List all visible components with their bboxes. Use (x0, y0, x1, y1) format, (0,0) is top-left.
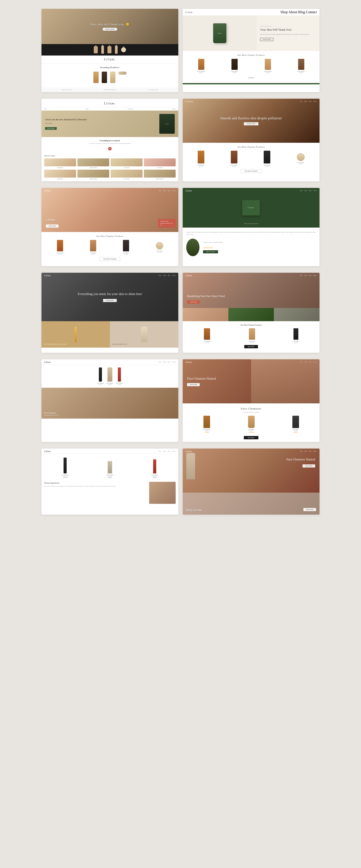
nav-link[interactable]: About (304, 190, 307, 191)
nav-links: Shop About Blog Contact (159, 361, 176, 363)
hero-tagline: Skin will keep its glow (244, 223, 258, 224)
product-image (203, 416, 210, 428)
nav-link[interactable]: Contact (172, 190, 176, 191)
nav-link[interactable]: Blog (168, 451, 170, 452)
product-image (198, 151, 204, 163)
nav-link[interactable]: About (163, 190, 166, 191)
nav-link[interactable]: Shop (300, 101, 302, 102)
nav-links: Shop About Blog Contact (300, 451, 317, 452)
hero-title: Everything you need, for your skin to sh… (78, 292, 142, 296)
nav-link[interactable]: Contact (313, 451, 317, 452)
add-to-cart-button[interactable]: ADD TO CART (203, 250, 218, 253)
nav-link[interactable]: Contact (306, 10, 317, 14)
nav-link[interactable]: Blog (309, 101, 311, 102)
nav-link[interactable]: Blog (168, 190, 170, 191)
nav-link[interactable]: Shop (159, 275, 161, 276)
see-more-button[interactable]: See More (244, 345, 258, 348)
nav-link[interactable]: About (163, 361, 166, 363)
nav-link[interactable]: Shop (159, 190, 161, 191)
product-price: $22.00 (197, 166, 204, 167)
product-image (110, 71, 115, 83)
category-image (78, 158, 109, 166)
nav-link[interactable]: About (163, 451, 166, 452)
card2-more: See More (185, 73, 317, 80)
product-image (93, 71, 99, 83)
nav-link[interactable]: About (304, 451, 307, 452)
card3-category: Shop by category Foundations Sunscreen/F… (41, 153, 178, 181)
product-price: $22.00 (264, 166, 271, 167)
nav-link[interactable]: About (304, 101, 307, 102)
nav-link[interactable]: Shop (280, 10, 288, 14)
list-item: Foundations (44, 169, 76, 180)
nav-link[interactable]: Contact (172, 108, 176, 110)
nav-link[interactable]: About (304, 275, 307, 276)
product-image (118, 368, 121, 381)
nav-link[interactable]: Shop (300, 451, 302, 452)
card-6-main: Lilium. Shop About Blog Contact Lilium. … (183, 188, 320, 266)
nav-link[interactable]: Shop (300, 190, 302, 191)
product-price: $22.00 (293, 342, 299, 343)
list-item: Lip Glosses (144, 158, 176, 168)
nav-links: Shop About Blog Contact (159, 451, 176, 452)
row-4: Lilium. Shop About Blog Contact Everythi… (26, 273, 335, 353)
product-icon-5 (121, 48, 126, 52)
product-rating: ★★★ (203, 432, 210, 433)
list-item: Face Serum $28.00 ★★★★ (248, 416, 255, 433)
product-image (63, 458, 67, 473)
list-item: Face Cleanser $22.00 (97, 368, 104, 385)
body-scrubs-shop-button[interactable]: SHOP NOW (303, 508, 316, 511)
nav-link[interactable]: Shop (300, 275, 302, 276)
nav-link[interactable]: Shop (159, 451, 161, 452)
nav-link[interactable]: Blog (298, 10, 305, 14)
category-label: Sunscreen/Face (144, 178, 176, 180)
shop-now-button[interactable]: SHOP NOW (187, 383, 200, 386)
nav-link[interactable]: Contact (313, 190, 317, 191)
nav-link[interactable]: Shop (159, 361, 161, 363)
row-5: Lilium. Shop About Blog Contact Face Cle… (26, 359, 335, 442)
card5-hero: Lilium. Shop About Blog Contact Lilium. … (41, 188, 178, 232)
card1-trending-title: Trending Products (44, 66, 176, 68)
feature-label: No Animal Testing (148, 89, 158, 90)
nav-link[interactable]: Collections (128, 108, 133, 110)
nav-link[interactable]: Blog (309, 190, 311, 191)
sidebar-cta: Sign up for our newsletter and get 10% o… (158, 219, 176, 227)
card3-hero: Check out the new Almond Oil Collection!… (41, 111, 178, 137)
shop-now-button[interactable]: SHOP NOW (244, 122, 258, 125)
card1-shop-btn[interactable]: SHOP NOW (103, 28, 117, 31)
nav-link[interactable]: Contact (172, 451, 176, 452)
see-more-link[interactable]: See More (248, 76, 254, 78)
shop-now-button[interactable]: SHOP NOW (103, 299, 116, 302)
shop-now-button[interactable]: SHOP NOW (46, 224, 58, 227)
nav-link[interactable]: About (86, 108, 89, 110)
list-item: Sunscreen/Face (78, 158, 109, 168)
nav-link[interactable]: Contact (313, 101, 317, 102)
list-item: Face Cleanser $22.00 (185, 59, 217, 73)
nav-link[interactable]: Blog (309, 451, 311, 452)
product-price: $22.00 (252, 72, 283, 73)
shop-now-button[interactable]: SHOP NOW (45, 127, 57, 130)
col-left-text: 100% All-Natural Face Serum is here (44, 343, 67, 345)
nav-link[interactable]: Blog (168, 275, 170, 276)
card6-nav: Lilium. Shop About Blog Contact (183, 189, 320, 192)
nav-link[interactable]: About (163, 275, 166, 276)
card-10-main: Lilium. Shop About Blog Contact Face Cle… (183, 359, 320, 442)
product-image (264, 151, 270, 163)
shop-now-button[interactable]: SHOP NOW (260, 38, 273, 41)
list-item: Face Cleanser $22.00 (297, 151, 305, 167)
nav-link[interactable]: Contact (172, 361, 176, 363)
see-more-button[interactable]: See More (244, 436, 258, 439)
nav-link[interactable]: Contact (172, 275, 176, 276)
nav-link[interactable]: About (288, 10, 297, 14)
shop-now-button[interactable]: SHOP NOW (187, 301, 200, 304)
shop-now-button[interactable]: SHOP NOW (303, 464, 315, 467)
see-more-button[interactable]: See More Products (100, 257, 120, 261)
see-more-button[interactable]: See More Products (241, 169, 261, 173)
nav-link[interactable]: Blog (168, 361, 170, 363)
category-title: Shop by category (44, 155, 176, 157)
card-4-main: Lilium. Shop About Blog Contact Smooth a… (183, 99, 320, 181)
nav-link[interactable]: Blog (309, 275, 311, 276)
natural-explore-button[interactable]: + (108, 147, 112, 151)
nav-link[interactable]: Shop (44, 108, 47, 110)
nav-link[interactable]: Contact (313, 275, 317, 276)
product-icon-4 (115, 46, 118, 54)
